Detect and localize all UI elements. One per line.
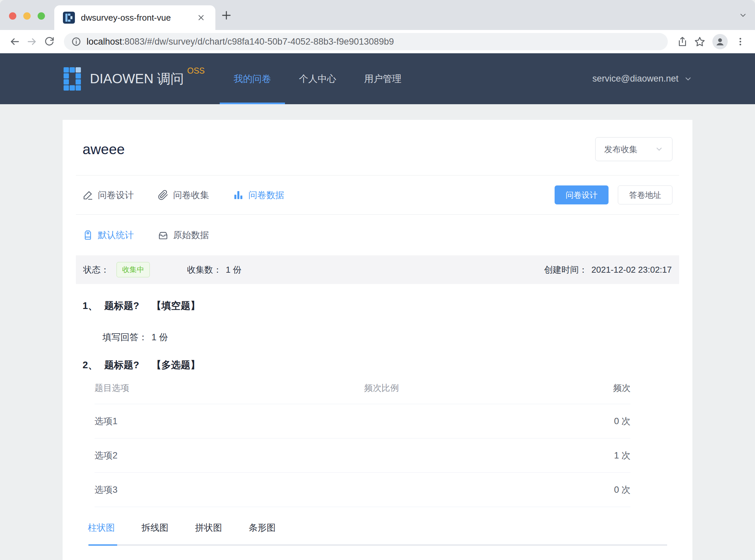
chart-tab-pie[interactable]: 拼状图: [195, 522, 222, 534]
paperclip-icon: [158, 190, 168, 200]
tab-label: 问卷收集: [173, 189, 209, 201]
traffic-lights: [9, 12, 45, 20]
publish-collect-label: 发布收集: [604, 144, 637, 155]
share-icon[interactable]: [674, 33, 691, 50]
browser-menu-icon[interactable]: [732, 33, 749, 50]
tab-close-icon[interactable]: [196, 12, 207, 23]
chart-tab-list: 柱状图 拆线图 拼状图 条形图: [88, 522, 667, 534]
pen-edit-icon: [83, 190, 93, 200]
tab-survey-data[interactable]: 问卷数据: [233, 189, 284, 201]
account-email: service@diaowen.net: [592, 74, 678, 84]
reload-button[interactable]: [41, 33, 58, 50]
chart-tab-line[interactable]: 拆线图: [142, 522, 168, 534]
collect-count-value: 1 份: [226, 264, 242, 276]
tab-title: dwsurvey-oss-front-vue: [81, 13, 196, 23]
count-value: 0 次: [571, 415, 631, 427]
bookmark-star-icon[interactable]: [691, 33, 708, 50]
created-time-label: 创建时间：: [544, 264, 588, 276]
table-row: 选项3 0.00% 0 次: [95, 473, 631, 507]
brand-name: DIAOWEN 调问: [90, 69, 184, 88]
chart-tab-bar[interactable]: 条形图: [249, 522, 276, 534]
collect-count-label: 收集数：: [187, 264, 222, 276]
page-body: aweee 发布收集 问卷设计: [0, 104, 755, 560]
answer-value: 1 份: [151, 332, 168, 342]
answer-url-button[interactable]: 答卷地址: [618, 185, 672, 204]
subtab-default-stats[interactable]: 默认统计: [83, 229, 134, 241]
answer-label: 填写回答：: [103, 332, 147, 342]
nav-item-my-surveys[interactable]: 我的问卷: [220, 53, 285, 104]
new-tab-button[interactable]: [220, 9, 233, 22]
tab-survey-design[interactable]: 问卷设计: [83, 189, 134, 201]
tag-icon: [83, 230, 93, 240]
table-row: 选项2 100.00% 1 次: [95, 438, 631, 473]
table-header: 题目选项 频次比例 频次: [95, 372, 631, 404]
option-label: 选项3: [95, 484, 364, 496]
active-tab-indicator: [88, 544, 117, 546]
frequency-table: 题目选项 频次比例 频次 选项1 0.00% 0 次: [83, 372, 672, 507]
brand[interactable]: DIAOWEN 调问 OSS: [63, 53, 205, 104]
chart-type-tabs: 柱状图 拆线图 拼状图 条形图: [83, 522, 672, 546]
minimize-window-button[interactable]: [23, 12, 30, 20]
count-value: 0 次: [571, 484, 631, 496]
chart-tabs-underline: [88, 544, 667, 546]
inbox-archive-icon: [158, 230, 168, 240]
created-time-value: 2021-12-02 23:02:17: [592, 265, 672, 275]
option-label: 选项1: [95, 415, 364, 427]
browser-tab-strip: dwsurvey-oss-front-vue: [0, 0, 755, 30]
subtab-raw-data[interactable]: 原始数据: [158, 229, 209, 241]
brand-oss-badge: OSS: [187, 66, 205, 76]
question-type: 【填空题】: [152, 300, 200, 311]
survey-card: aweee 发布收集 问卷设计: [63, 120, 692, 560]
status-bar: 状态： 收集中 收集数： 1 份 创建时间： 2021-12-02 23:02:…: [76, 255, 679, 284]
url-host: localhost: [86, 37, 122, 47]
question-1-answer: 填写回答：1 份: [103, 331, 672, 343]
diaowen-logo-icon: [63, 67, 82, 91]
count-value: 1 次: [571, 449, 631, 461]
address-bar[interactable]: localhost:8083/#/dw/survey/d/chart/c98fa…: [64, 33, 668, 50]
stats-subtabs: 默认统计 原始数据: [76, 215, 679, 255]
question-type: 【多选题】: [152, 360, 200, 370]
browser-toolbar: localhost:8083/#/dw/survey/d/chart/c98fa…: [0, 30, 755, 53]
close-window-button[interactable]: [9, 12, 16, 20]
tab-survey-collect[interactable]: 问卷收集: [158, 189, 209, 201]
card-header: aweee 发布收集: [76, 120, 679, 176]
tab-search-chevron-icon[interactable]: [738, 11, 748, 20]
tab-label: 问卷设计: [98, 189, 134, 201]
url-path: :8083/#/dw/survey/d/chart/c98fa140-50b7-…: [122, 37, 394, 47]
table-row: 选项1 0.00% 0 次: [95, 404, 631, 438]
subtab-label: 默认统计: [98, 229, 134, 241]
nav-item-personal-center[interactable]: 个人中心: [285, 53, 350, 104]
survey-section-tabs: 问卷设计 问卷收集 问卷数据 问卷设计 答卷地址: [76, 176, 679, 215]
zoom-window-button[interactable]: [38, 12, 45, 20]
survey-title: aweee: [83, 141, 125, 158]
header-option: 题目选项: [95, 382, 364, 394]
chevron-down-icon: [655, 145, 664, 154]
chart-tab-column[interactable]: 柱状图: [88, 522, 115, 534]
site-favicon-icon: [63, 12, 75, 24]
publish-collect-select[interactable]: 发布收集: [595, 137, 672, 161]
browser-window: dwsurvey-oss-front-vue localhost:8083/#/…: [0, 0, 755, 560]
browser-tab[interactable]: dwsurvey-oss-front-vue: [54, 5, 216, 30]
header-percent: 频次比例: [364, 382, 571, 394]
app-navbar: DIAOWEN 调问 OSS 我的问卷 个人中心 用户管理 service@di…: [0, 53, 755, 104]
forward-button[interactable]: [23, 33, 41, 50]
question-2: 2、题标题?【多选题】 题目选项 频次比例 频次 选项1 0.00%: [76, 359, 679, 546]
survey-design-button[interactable]: 问卷设计: [555, 185, 609, 204]
question-2-title: 2、题标题?【多选题】: [83, 359, 672, 372]
question-number: 1、: [83, 300, 98, 311]
question-1: 1、题标题?【填空题】 填写回答：1 份: [76, 299, 679, 343]
nav-item-user-management[interactable]: 用户管理: [350, 53, 415, 104]
tab-label: 问卷数据: [248, 189, 284, 201]
option-label: 选项2: [95, 449, 364, 461]
question-text: 题标题?: [104, 300, 139, 311]
bar-chart-icon: [233, 190, 244, 200]
site-info-icon[interactable]: [71, 37, 81, 47]
question-number: 2、: [83, 360, 98, 370]
question-text: 题标题?: [104, 360, 139, 370]
header-count: 频次: [571, 382, 631, 394]
browser-profile-avatar[interactable]: [712, 34, 728, 49]
account-dropdown[interactable]: service@diaowen.net: [592, 53, 692, 104]
question-1-title: 1、题标题?【填空题】: [83, 299, 672, 313]
chevron-down-icon: [684, 75, 692, 83]
back-button[interactable]: [6, 33, 23, 50]
